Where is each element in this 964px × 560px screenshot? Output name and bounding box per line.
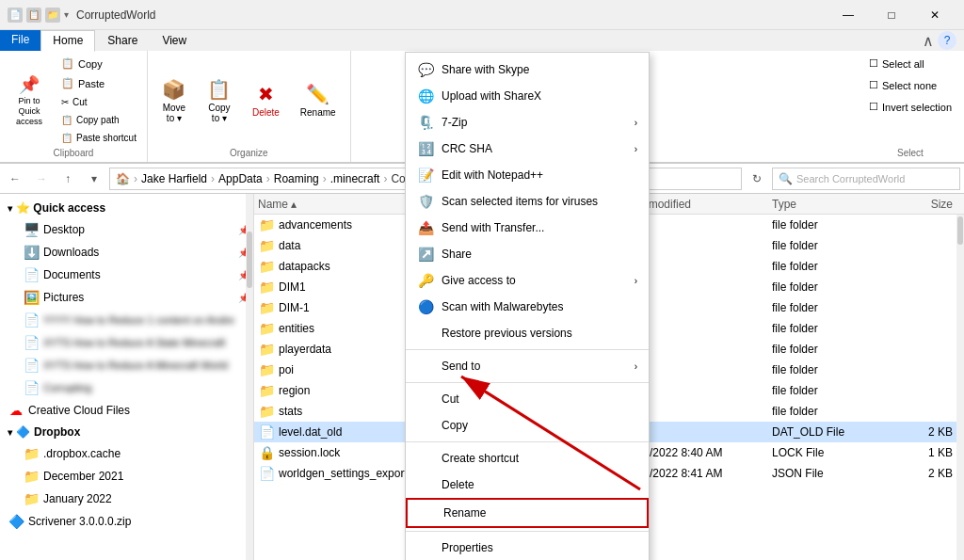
refresh-button[interactable]: ↻ (746, 168, 768, 190)
copy-button[interactable]: 📋 Copy (56, 55, 141, 72)
sidebar-item-desktop[interactable]: 🖥️ Desktop 📌 (0, 218, 253, 241)
minimize-button[interactable]: — (827, 0, 870, 30)
quick-access-header[interactable]: ▾ ⭐ Quick access (0, 198, 253, 218)
sidebar-item-blurred2[interactable]: 📄 XYTS How to Reduce A State Minecraft (0, 331, 253, 354)
ctx-malwarebytes[interactable]: 🔵 Scan with Malwarebytes (406, 294, 649, 320)
dat-old-icon: 📄 (258, 424, 275, 440)
delete-button[interactable]: ✖ Delete (244, 78, 288, 122)
paste-button[interactable]: 📋 Paste (56, 74, 141, 92)
col-type-header: Type (772, 198, 885, 211)
breadcrumb-home-icon: 🏠 (116, 172, 130, 185)
select-none-icon: ☐ (869, 79, 878, 91)
ctx-rename[interactable]: Rename (406, 498, 649, 528)
move-icon: 📦 (162, 78, 185, 101)
sidebar-item-december-2021[interactable]: 📁 December 2021 (0, 465, 253, 488)
ctx-7zip[interactable]: 🗜️ 7-Zip › (406, 109, 649, 136)
context-menu: 💬 Share with Skype 🌐 Upload with ShareX … (405, 52, 650, 560)
ribbon-tabs: File Home Share View ∧ ? (0, 30, 964, 51)
move-to-button[interactable]: 📦 Move to ▾ (153, 73, 195, 128)
json-icon: 📄 (258, 465, 275, 482)
ctx-delete[interactable]: Delete (406, 472, 649, 498)
select-label: Select (864, 146, 956, 158)
ctx-upload-sharex[interactable]: 🌐 Upload with ShareX (406, 83, 649, 109)
ctx-create-shortcut[interactable]: Create shortcut (406, 445, 649, 472)
close-button[interactable]: ✕ (913, 0, 956, 30)
copy-to-icon: 📋 (207, 78, 231, 101)
cut-button[interactable]: ✂ Cut (56, 94, 141, 110)
submenu-arrow-access: › (635, 276, 637, 286)
blurred4-icon: 📄 (23, 379, 40, 396)
select-all-button[interactable]: ☐ Select all (864, 55, 956, 72)
copy-to-button[interactable]: 📋 Copy to ▾ (199, 73, 240, 128)
ctx-copy[interactable]: Copy (406, 412, 649, 439)
chevron-icon: ▾ (8, 203, 12, 214)
submenu-arrow-7zip: › (635, 118, 637, 128)
ctx-properties[interactable]: Properties (406, 535, 649, 560)
pictures-icon: 🖼️ (23, 289, 40, 306)
dropbox-header[interactable]: ▾ 🔷 Dropbox (0, 422, 253, 442)
clipboard-icon: 📋 (26, 8, 41, 23)
zip-icon: 🗜️ (417, 114, 434, 131)
sidebar-item-scrivener[interactable]: 🔷 Scrivener 3.0.0.0.zip (0, 510, 253, 533)
scissors-icon: ✂ (61, 97, 69, 107)
tab-file[interactable]: File (0, 30, 40, 51)
ctx-give-access[interactable]: 🔑 Give access to › (406, 267, 649, 294)
sidebar-item-documents[interactable]: 📄 Documents 📌 (0, 264, 253, 286)
clipboard-label: Clipboard (54, 146, 94, 158)
sidebar-item-blurred4[interactable]: 📄 Corrupting (0, 376, 253, 399)
invert-selection-button[interactable]: ☐ Invert selection (864, 98, 956, 116)
downloads-icon: ⬇️ (23, 244, 40, 261)
ctx-scan-viruses[interactable]: 🛡️ Scan selected items for viruses (406, 188, 649, 215)
back-button[interactable]: ← (4, 168, 26, 190)
blurred1-icon: 📄 (23, 312, 40, 328)
rename-button[interactable]: ✏️ Rename (292, 78, 345, 122)
sidebar-item-january-2022[interactable]: 📁 January 2022 (0, 488, 253, 510)
path-icon: 📋 (61, 115, 72, 125)
ctx-share[interactable]: ↗️ Share (406, 241, 649, 267)
lock-icon: 🔒 (258, 444, 275, 461)
titlebar-dropdown[interactable]: ▾ (64, 9, 69, 20)
maximize-button[interactable]: □ (870, 0, 913, 30)
folder-icon-dim1: 📁 (258, 279, 275, 296)
tab-share[interactable]: Share (95, 30, 150, 51)
ctx-sep-3 (406, 441, 649, 442)
cut-icon (417, 391, 434, 408)
quick-access-label: ⭐ Quick access (16, 201, 105, 215)
up-button[interactable]: ↑ (56, 168, 79, 190)
ctx-notepad[interactable]: 📝 Edit with Notepad++ (406, 162, 649, 188)
sidebar-item-blurred1[interactable]: 📄 YYYY How to Reduce 1 content on Andre (0, 309, 253, 331)
pin-to-quick-access-button[interactable]: 📌 Pin to Quick access (6, 69, 53, 131)
ctx-send-transfer[interactable]: 📤 Send with Transfer... (406, 215, 649, 241)
organize-label: Organize (230, 146, 268, 158)
ctx-share-skype[interactable]: 💬 Share with Skype (406, 56, 649, 83)
sidebar-item-creative-cloud[interactable]: ☁ Creative Cloud Files (0, 399, 253, 422)
ctx-send-to[interactable]: Send to › (406, 353, 649, 379)
sidebar-item-blurred3[interactable]: 📄 XYTS How to Reduce A Minecraft World (0, 354, 253, 376)
search-bar[interactable]: 🔍 Search CorruptedWorld (772, 168, 960, 190)
recent-button[interactable]: ▾ (83, 168, 105, 190)
paste-shortcut-button[interactable]: 📋 Paste shortcut (56, 130, 141, 146)
tab-view[interactable]: View (150, 30, 199, 51)
ctx-crc-sha[interactable]: 🔢 CRC SHA › (406, 136, 649, 162)
key-icon: 🔑 (417, 272, 434, 289)
sidebar-item-downloads[interactable]: ⬇️ Downloads 📌 (0, 241, 253, 264)
up-arrow-icon: ∧ (923, 32, 934, 50)
folder-icon-adv: 📁 (258, 216, 275, 233)
select-none-button[interactable]: ☐ Select none (864, 76, 956, 94)
tab-home[interactable]: Home (40, 30, 95, 52)
titlebar-icons: 📄 📋 📁 ▾ (8, 8, 69, 23)
share-icon: ↗️ (417, 246, 434, 263)
ctx-cut[interactable]: Cut (406, 386, 649, 412)
copy-path-button[interactable]: 📋 Copy path (56, 112, 141, 128)
delete-icon: ✖ (258, 83, 274, 105)
skype-icon: 💬 (417, 61, 434, 78)
submenu-arrow-crc: › (635, 144, 637, 154)
folder-icon-region: 📁 (258, 382, 275, 399)
forward-button[interactable]: → (30, 168, 53, 190)
sidebar-item-dropbox-cache[interactable]: 📁 .dropbox.cache (0, 442, 253, 465)
ribbon-group-organize: 📦 Move to ▾ 📋 Copy to ▾ ✖ Delete ✏️ Rena… (148, 51, 351, 162)
help-icon[interactable]: ? (938, 31, 956, 50)
folder-icon-playerdata: 📁 (258, 341, 275, 358)
ctx-restore-versions[interactable]: Restore previous versions (406, 320, 649, 346)
sidebar-item-pictures[interactable]: 🖼️ Pictures 📌 (0, 286, 253, 309)
